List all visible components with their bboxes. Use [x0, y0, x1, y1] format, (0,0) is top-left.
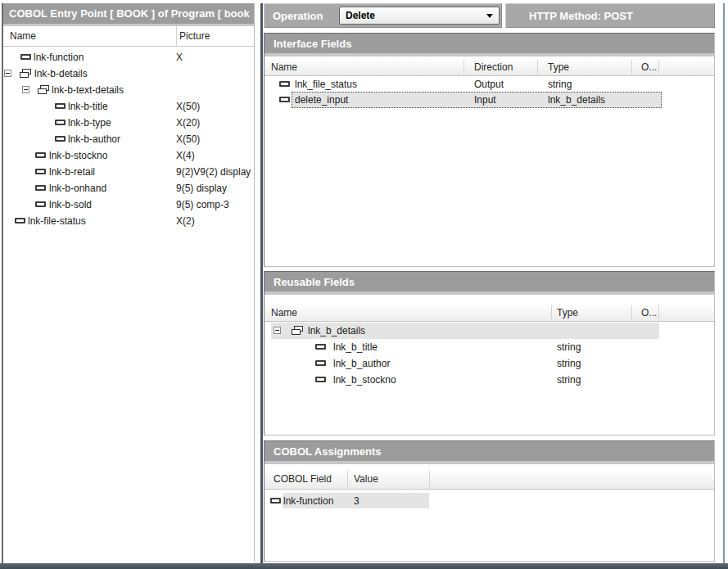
cobol-entry-point-panel: COBOL Entry Point [ BOOK ] of Program [ …	[3, 3, 254, 562]
field-type: lnk_b_details	[548, 92, 605, 107]
column-header-direction[interactable]: Direction	[474, 58, 513, 75]
section-header: Reusable Fields	[265, 272, 714, 295]
column-divider[interactable]	[176, 26, 177, 46]
operation-select[interactable]: Delete	[339, 7, 500, 25]
field-icon	[315, 344, 326, 350]
minus-expander-icon[interactable]	[22, 86, 29, 93]
column-divider[interactable]	[658, 305, 659, 319]
interface-fields-section: Interface Fields Name Direction Type O..…	[264, 33, 715, 267]
column-divider[interactable]	[631, 60, 632, 74]
struct-icon	[37, 85, 50, 95]
tree-item-label: lnk-b-type	[68, 115, 111, 131]
table-row-highlighted[interactable]: lnk-function 3	[265, 493, 714, 508]
column-divider[interactable]	[347, 471, 348, 487]
column-header-value[interactable]: Value	[354, 469, 378, 489]
section-title: Reusable Fields	[274, 272, 355, 291]
bottom-frame-bar	[0, 563, 728, 569]
panel-sash[interactable]	[260, 3, 263, 563]
column-header-row: COBOL Field Value	[265, 469, 714, 490]
section-header: Interface Fields	[265, 34, 714, 56]
operation-selected-value: Delete	[346, 10, 375, 21]
picture-value: X(50)	[176, 98, 200, 115]
picture-value: X(4)	[176, 147, 195, 164]
tree-row[interactable]: lnk-b-author X(50)	[3, 131, 254, 147]
tree-row[interactable]: lnk-b-onhand 9(5) display	[3, 180, 254, 196]
tree-row[interactable]: lnk_b_stockno string	[265, 372, 714, 388]
column-divider[interactable]	[463, 60, 464, 74]
column-header-name[interactable]: Name	[10, 26, 36, 46]
column-divider[interactable]	[631, 305, 632, 319]
chevron-down-icon[interactable]	[486, 14, 493, 18]
field-icon	[270, 498, 281, 504]
column-header-name[interactable]: Name	[271, 304, 297, 321]
tree-item-label: lnk-file-status	[28, 213, 86, 229]
tree-row[interactable]: lnk-b-retail 9(2)V9(2) display	[3, 164, 254, 180]
minus-expander-icon[interactable]	[274, 327, 281, 334]
tree-row[interactable]: lnk-b-sold 9(5) comp-3	[3, 196, 254, 213]
column-divider[interactable]	[658, 60, 659, 74]
field-icon	[15, 218, 25, 224]
column-header-type[interactable]: Type	[548, 58, 569, 75]
column-header-type[interactable]: Type	[557, 304, 578, 321]
field-icon	[55, 103, 66, 109]
tree-row[interactable]: lnk-file-status X(2)	[3, 213, 254, 229]
tree-row[interactable]: lnk-b-title X(50)	[3, 98, 254, 115]
minus-expander-icon[interactable]	[4, 70, 11, 77]
tree-item-label: lnk-b-onhand	[49, 180, 106, 196]
field-icon	[279, 81, 290, 87]
field-icon	[279, 97, 290, 102]
picture-value: 9(5) display	[176, 180, 227, 196]
left-panel-edge	[254, 3, 255, 562]
http-method-toolbar: HTTP Method: POST	[505, 3, 715, 28]
tree-row[interactable]: lnk-b-type X(20)	[3, 115, 254, 131]
field-icon	[35, 169, 46, 174]
app-window: COBOL Entry Point [ BOOK ] of Program [ …	[0, 0, 728, 569]
column-header-occurs[interactable]: O...	[641, 58, 657, 75]
tree-item-label: lnk-b-text-details	[52, 82, 124, 98]
section-title: Interface Fields	[274, 34, 351, 53]
struct-icon	[19, 69, 32, 79]
table-row[interactable]: lnk_file_status Output string	[265, 76, 714, 92]
field-type: string	[557, 355, 581, 372]
field-name: lnk_b_stockno	[333, 372, 396, 388]
tree-item-label: lnk-b-retail	[49, 164, 95, 180]
tree-row[interactable]: lnk-b-text-details	[3, 82, 254, 98]
tree-row[interactable]: lnk-b-details	[3, 65, 254, 82]
field-icon	[35, 185, 46, 191]
column-header-cobol-field[interactable]: COBOL Field	[274, 469, 332, 489]
tree-row-highlighted[interactable]: lnk_b_details	[265, 323, 714, 339]
column-header-row: Name Direction Type O...	[265, 58, 714, 76]
column-divider[interactable]	[537, 60, 538, 74]
reusable-fields-section: Reusable Fields Name Type O... lnk_b_det…	[264, 271, 715, 436]
cobol-assignments-section: COBOL Assignments COBOL Field Value lnk-…	[264, 440, 715, 562]
picture-value: X(2)	[176, 213, 195, 229]
column-header-picture[interactable]: Picture	[179, 26, 210, 46]
column-divider[interactable]	[429, 471, 430, 487]
field-direction: Input	[474, 92, 496, 107]
tree-row[interactable]: lnk-b-stockno X(4)	[3, 147, 254, 164]
left-column-header-row: Name Picture	[3, 26, 254, 47]
picture-value: X(20)	[176, 115, 200, 131]
field-direction: Output	[474, 76, 504, 92]
tree-row[interactable]: lnk_b_title string	[265, 339, 714, 355]
field-name: lnk_file_status	[295, 76, 357, 92]
field-name: lnk_b_details	[308, 323, 365, 339]
cobol-field-value[interactable]: 3	[354, 493, 359, 508]
tree-item-label: lnk-b-author	[68, 131, 120, 147]
picture-value: 9(5) comp-3	[176, 196, 229, 213]
picture-value: 9(2)V9(2) display	[176, 164, 251, 180]
column-divider[interactable]	[551, 305, 552, 319]
cobol-field-name: lnk-function	[283, 493, 333, 508]
tree-item-label: lnk-function	[34, 49, 84, 65]
tree-row[interactable]: lnk_b_author string	[265, 355, 714, 372]
column-header-row: Name Type O...	[265, 304, 714, 322]
right-frame-border	[723, 3, 725, 563]
tree-row[interactable]: lnk-function X	[3, 49, 254, 65]
column-header-name[interactable]: Name	[271, 58, 297, 75]
section-title: COBOL Assignments	[274, 441, 381, 461]
column-header-occurs[interactable]: O...	[641, 304, 657, 321]
table-row-selected[interactable]: delete_input Input lnk_b_details	[265, 92, 714, 107]
tree-item-label: lnk-b-stockno	[49, 147, 107, 164]
tree-item-label: lnk-b-sold	[49, 196, 92, 213]
section-header: COBOL Assignments	[265, 441, 714, 464]
